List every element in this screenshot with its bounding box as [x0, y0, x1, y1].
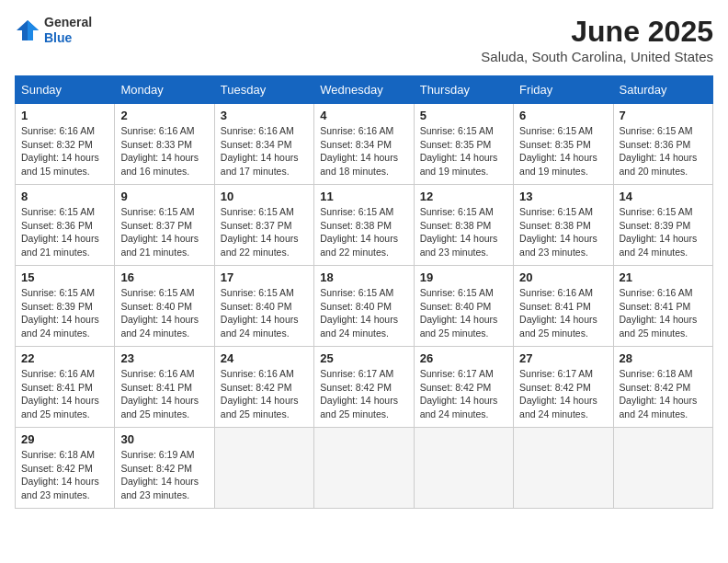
- header-friday: Friday: [514, 76, 613, 104]
- table-row: 26 Sunrise: 6:17 AM Sunset: 8:42 PM Dayl…: [414, 347, 513, 428]
- empty-cell: [314, 428, 414, 509]
- logo-icon: [15, 17, 40, 43]
- table-row: 21 Sunrise: 6:16 AM Sunset: 8:41 PM Dayl…: [613, 266, 712, 347]
- page-header: General Blue June 2025 Saluda, South Car…: [15, 15, 713, 64]
- table-row: 5 Sunrise: 6:15 AM Sunset: 8:35 PM Dayli…: [414, 104, 513, 185]
- table-row: 16 Sunrise: 6:15 AM Sunset: 8:40 PM Dayl…: [115, 266, 214, 347]
- table-row: 9 Sunrise: 6:15 AM Sunset: 8:37 PM Dayli…: [115, 185, 214, 266]
- table-row: 4 Sunrise: 6:16 AM Sunset: 8:34 PM Dayli…: [314, 104, 414, 185]
- table-row: 29 Sunrise: 6:18 AM Sunset: 8:42 PM Dayl…: [16, 428, 115, 509]
- table-row: 8 Sunrise: 6:15 AM Sunset: 8:36 PM Dayli…: [16, 185, 115, 266]
- table-row: 12 Sunrise: 6:15 AM Sunset: 8:38 PM Dayl…: [414, 185, 513, 266]
- table-row: 13 Sunrise: 6:15 AM Sunset: 8:38 PM Dayl…: [514, 185, 613, 266]
- calendar-week-row: 22 Sunrise: 6:16 AM Sunset: 8:41 PM Dayl…: [16, 347, 713, 428]
- table-row: 6 Sunrise: 6:15 AM Sunset: 8:35 PM Dayli…: [514, 104, 613, 185]
- header-sunday: Sunday: [16, 76, 115, 104]
- calendar-week-row: 8 Sunrise: 6:15 AM Sunset: 8:36 PM Dayli…: [16, 185, 713, 266]
- empty-cell: [514, 428, 613, 509]
- header-thursday: Thursday: [414, 76, 513, 104]
- table-row: 10 Sunrise: 6:15 AM Sunset: 8:37 PM Dayl…: [214, 185, 313, 266]
- header-monday: Monday: [115, 76, 214, 104]
- empty-cell: [414, 428, 513, 509]
- table-row: 23 Sunrise: 6:16 AM Sunset: 8:41 PM Dayl…: [115, 347, 214, 428]
- calendar-header-row: Sunday Monday Tuesday Wednesday Thursday…: [16, 76, 713, 104]
- table-row: 25 Sunrise: 6:17 AM Sunset: 8:42 PM Dayl…: [314, 347, 414, 428]
- header-saturday: Saturday: [613, 76, 712, 104]
- calendar-week-row: 15 Sunrise: 6:15 AM Sunset: 8:39 PM Dayl…: [16, 266, 713, 347]
- table-row: 22 Sunrise: 6:16 AM Sunset: 8:41 PM Dayl…: [16, 347, 115, 428]
- table-row: 18 Sunrise: 6:15 AM Sunset: 8:40 PM Dayl…: [314, 266, 414, 347]
- calendar-week-row: 29 Sunrise: 6:18 AM Sunset: 8:42 PM Dayl…: [16, 428, 713, 509]
- svg-marker-1: [28, 20, 39, 40]
- table-row: 17 Sunrise: 6:15 AM Sunset: 8:40 PM Dayl…: [214, 266, 313, 347]
- table-row: 2 Sunrise: 6:16 AM Sunset: 8:33 PM Dayli…: [115, 104, 214, 185]
- logo: General Blue: [15, 15, 92, 46]
- header-wednesday: Wednesday: [314, 76, 414, 104]
- table-row: 30 Sunrise: 6:19 AM Sunset: 8:42 PM Dayl…: [115, 428, 214, 509]
- table-row: 14 Sunrise: 6:15 AM Sunset: 8:39 PM Dayl…: [613, 185, 712, 266]
- table-row: 3 Sunrise: 6:16 AM Sunset: 8:34 PM Dayli…: [214, 104, 313, 185]
- logo-text: General Blue: [44, 15, 92, 46]
- table-row: 27 Sunrise: 6:17 AM Sunset: 8:42 PM Dayl…: [514, 347, 613, 428]
- table-row: 1 Sunrise: 6:16 AM Sunset: 8:32 PM Dayli…: [16, 104, 115, 185]
- calendar-subtitle: Saluda, South Carolina, United States: [481, 49, 713, 64]
- calendar-table: Sunday Monday Tuesday Wednesday Thursday…: [15, 75, 713, 509]
- empty-cell: [613, 428, 712, 509]
- table-row: 15 Sunrise: 6:15 AM Sunset: 8:39 PM Dayl…: [16, 266, 115, 347]
- calendar-title: June 2025: [481, 15, 713, 49]
- header-tuesday: Tuesday: [214, 76, 313, 104]
- table-row: 20 Sunrise: 6:16 AM Sunset: 8:41 PM Dayl…: [514, 266, 613, 347]
- table-row: 28 Sunrise: 6:18 AM Sunset: 8:42 PM Dayl…: [613, 347, 712, 428]
- table-row: 24 Sunrise: 6:16 AM Sunset: 8:42 PM Dayl…: [214, 347, 313, 428]
- table-row: 7 Sunrise: 6:15 AM Sunset: 8:36 PM Dayli…: [613, 104, 712, 185]
- table-row: 11 Sunrise: 6:15 AM Sunset: 8:38 PM Dayl…: [314, 185, 414, 266]
- table-row: 19 Sunrise: 6:15 AM Sunset: 8:40 PM Dayl…: [414, 266, 513, 347]
- title-block: June 2025 Saluda, South Carolina, United…: [481, 15, 713, 64]
- empty-cell: [214, 428, 313, 509]
- calendar-week-row: 1 Sunrise: 6:16 AM Sunset: 8:32 PM Dayli…: [16, 104, 713, 185]
